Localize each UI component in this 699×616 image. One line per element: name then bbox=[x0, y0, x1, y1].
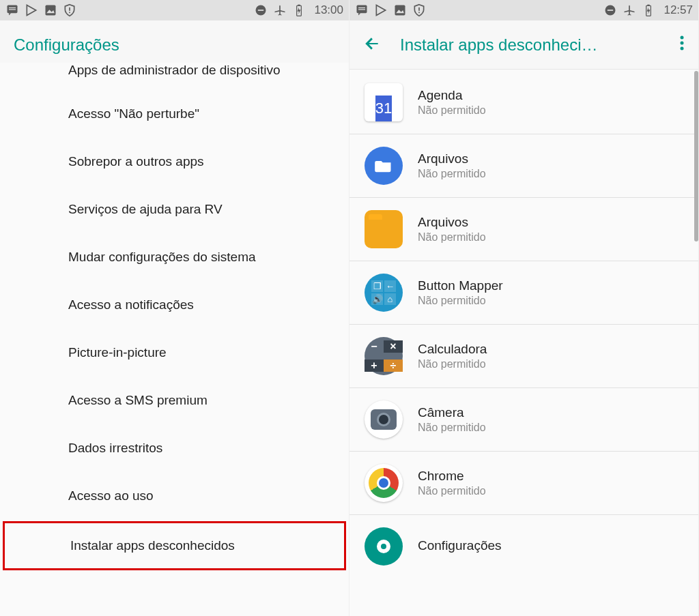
settings-item-admin-apps[interactable]: Apps de administrador de dispositivo bbox=[0, 63, 349, 90]
svg-marker-27 bbox=[647, 8, 651, 14]
battery-charging-icon bbox=[642, 3, 655, 17]
settings-item-overlay-apps[interactable]: Sobrepor a outros apps bbox=[0, 138, 349, 186]
app-status: Não permitido bbox=[418, 422, 486, 434]
app-name: Arquivos bbox=[418, 151, 486, 166]
svg-rect-1 bbox=[9, 8, 16, 8]
calculator-icon: −×+÷ bbox=[365, 337, 403, 375]
shield-alert-icon bbox=[412, 3, 426, 17]
settings-item-premium-sms[interactable]: Acesso a SMS premium bbox=[0, 377, 349, 424]
app-item-configuracoes[interactable]: Configurações bbox=[350, 515, 698, 566]
more-menu-button[interactable] bbox=[679, 35, 685, 55]
scrollbar[interactable] bbox=[694, 71, 698, 241]
svg-rect-8 bbox=[69, 12, 70, 14]
chat-icon bbox=[5, 3, 19, 17]
app-item-arquivos-2[interactable]: Arquivos Não permitido bbox=[350, 198, 698, 261]
status-right-icons: 12:57 bbox=[603, 3, 693, 17]
phone-right: 12:57 Instalar apps desconheci… 31 Agend… bbox=[350, 0, 699, 616]
folder-icon bbox=[374, 156, 393, 175]
app-item-arquivos-1[interactable]: Arquivos Não permitido bbox=[350, 134, 698, 198]
phone-left: 13:00 Configurações Apps de administrado… bbox=[0, 0, 350, 616]
svg-rect-21 bbox=[418, 8, 420, 11]
battery-charging-icon bbox=[292, 3, 306, 17]
more-vert-icon bbox=[679, 35, 685, 50]
settings-item-install-unknown-apps[interactable]: Instalar apps desconhecidos bbox=[5, 523, 344, 568]
arrow-left-icon bbox=[363, 35, 381, 53]
settings-item-pip[interactable]: Picture-in-picture bbox=[0, 329, 349, 377]
svg-point-30 bbox=[681, 46, 684, 50]
dnd-icon bbox=[603, 3, 617, 17]
settings-item-modify-system[interactable]: Mudar configurações do sistema bbox=[0, 233, 349, 281]
app-name: Arquivos bbox=[418, 215, 486, 230]
status-bar: 12:57 bbox=[350, 0, 698, 20]
app-list[interactable]: 31 Agenda Não permitido Arquivos Não per… bbox=[350, 70, 698, 566]
app-item-calculadora[interactable]: −×+÷ Calculadora Não permitido bbox=[350, 325, 698, 388]
status-right-icons: 13:00 bbox=[254, 3, 343, 17]
svg-rect-5 bbox=[46, 5, 56, 16]
app-status: Não permitido bbox=[418, 295, 503, 307]
page-title: Configurações bbox=[14, 35, 335, 55]
status-time: 12:57 bbox=[664, 3, 693, 17]
svg-rect-19 bbox=[395, 5, 405, 16]
status-time: 13:00 bbox=[314, 3, 343, 17]
app-status: Não permitido bbox=[418, 168, 486, 180]
svg-rect-22 bbox=[418, 12, 420, 14]
calendar-icon: 31 bbox=[365, 83, 403, 121]
app-name: Configurações bbox=[418, 538, 502, 553]
settings-item-usage-access[interactable]: Acesso ao uso bbox=[0, 472, 349, 520]
settings-item-notification-access[interactable]: Acesso a notificações bbox=[0, 281, 349, 329]
svg-rect-16 bbox=[358, 9, 365, 10]
settings-item-unrestricted-data[interactable]: Dados irrestritos bbox=[0, 424, 349, 472]
dnd-icon bbox=[254, 3, 268, 17]
airplane-icon bbox=[623, 3, 636, 17]
settings-gear-icon bbox=[365, 527, 403, 566]
app-name: Button Mapper bbox=[418, 278, 503, 293]
shield-alert-icon bbox=[63, 3, 76, 17]
app-status: Não permitido bbox=[418, 358, 487, 370]
svg-marker-17 bbox=[358, 13, 360, 15]
gallery-icon bbox=[44, 3, 57, 17]
status-bar: 13:00 bbox=[0, 0, 349, 20]
svg-marker-18 bbox=[376, 5, 385, 16]
app-item-chrome[interactable]: Chrome Não permitido bbox=[350, 452, 698, 515]
app-item-button-mapper[interactable]: ❐←🔊⌂ Button Mapper Não permitido bbox=[350, 261, 698, 325]
gallery-icon bbox=[393, 3, 407, 17]
back-button[interactable] bbox=[363, 35, 381, 55]
svg-marker-3 bbox=[9, 13, 11, 15]
settings-item-dnd-access[interactable]: Acesso "Não perturbe" bbox=[0, 90, 349, 138]
page-title: Instalar apps desconheci… bbox=[400, 35, 660, 55]
button-mapper-icon: ❐←🔊⌂ bbox=[365, 274, 403, 312]
app-status: Não permitido bbox=[418, 231, 486, 244]
highlight-annotation: Instalar apps desconhecidos bbox=[3, 521, 346, 570]
status-left-icons bbox=[355, 3, 426, 17]
app-item-agenda[interactable]: 31 Agenda Não permitido bbox=[350, 70, 698, 134]
header: Instalar apps desconheci… bbox=[350, 20, 698, 70]
svg-rect-10 bbox=[258, 10, 263, 11]
app-status: Não permitido bbox=[418, 485, 486, 497]
calendar-day: 31 bbox=[375, 96, 392, 121]
app-name: Agenda bbox=[418, 88, 486, 103]
status-left-icons bbox=[5, 3, 76, 17]
svg-rect-2 bbox=[9, 9, 16, 10]
app-name: Chrome bbox=[418, 469, 486, 484]
app-name: Câmera bbox=[418, 405, 486, 420]
svg-rect-12 bbox=[298, 5, 300, 6]
svg-marker-13 bbox=[298, 8, 301, 14]
svg-marker-4 bbox=[27, 5, 35, 16]
settings-item-vr-helper[interactable]: Serviços de ajuda para RV bbox=[0, 186, 349, 233]
svg-rect-15 bbox=[358, 8, 365, 8]
svg-rect-7 bbox=[69, 8, 70, 11]
app-item-camera[interactable]: Câmera Não permitido bbox=[350, 388, 698, 452]
camera-icon bbox=[365, 400, 403, 439]
chrome-icon bbox=[365, 464, 403, 502]
app-status: Não permitido bbox=[418, 104, 486, 117]
play-store-icon bbox=[374, 3, 388, 17]
files-circle-icon bbox=[365, 147, 403, 185]
folder-app-icon bbox=[365, 210, 403, 248]
svg-rect-26 bbox=[648, 5, 650, 6]
svg-rect-24 bbox=[608, 10, 613, 11]
svg-point-29 bbox=[681, 41, 684, 44]
svg-point-28 bbox=[681, 35, 684, 39]
app-name: Calculadora bbox=[418, 342, 487, 357]
settings-list[interactable]: Apps de administrador de dispositivo Ace… bbox=[0, 63, 349, 570]
airplane-icon bbox=[273, 3, 287, 17]
